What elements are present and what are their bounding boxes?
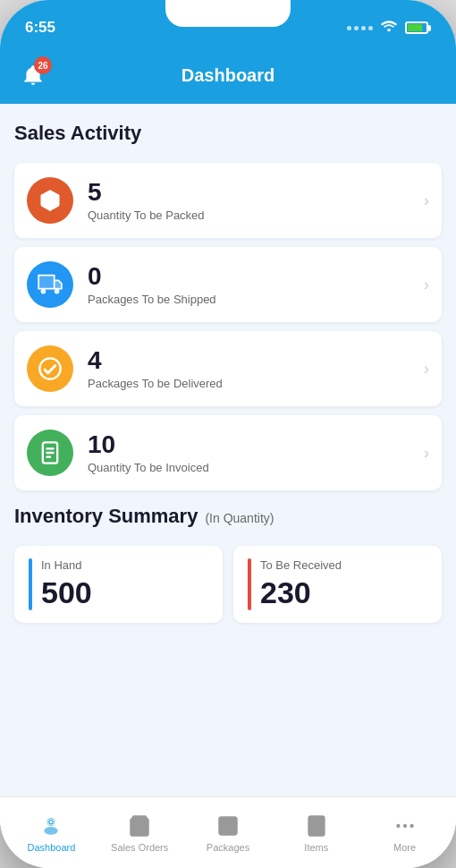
package-icon (215, 813, 241, 838)
delivered-count: 4 (88, 347, 410, 375)
svg-point-22 (410, 823, 413, 827)
to-be-received-info: To Be Received 230 (260, 558, 342, 610)
svg-point-20 (396, 823, 400, 827)
delivered-card-body: 4 Packages To be Delivered (88, 347, 410, 390)
nav-label-dashboard: Dashboard (27, 842, 75, 853)
packed-card[interactable]: 5 Quantity To be Packed › (14, 163, 442, 238)
invoiced-count: 10 (88, 431, 410, 459)
shipped-card[interactable]: 0 Packages To be Shipped › (14, 247, 442, 322)
svg-rect-13 (219, 817, 237, 835)
to-be-received-value: 230 (260, 575, 342, 610)
activity-cards-group: 5 Quantity To be Packed › 0 (14, 163, 442, 490)
shipped-card-body: 0 Packages To be Shipped (88, 263, 410, 306)
inventory-header: Inventory Summary (In Quantity) (14, 505, 442, 532)
status-time: 6:55 (25, 19, 55, 37)
packed-count: 5 (88, 179, 410, 207)
chevron-right-icon: › (424, 444, 429, 463)
status-icons (347, 20, 431, 36)
inventory-cards-group: In Hand 500 To Be Received 230 (14, 546, 442, 623)
inventory-subtitle: (In Quantity) (205, 511, 274, 525)
chevron-right-icon: › (424, 191, 429, 210)
truck-icon (27, 261, 73, 308)
nav-label-sales-orders: Sales Orders (111, 842, 168, 853)
to-be-received-bar (248, 558, 251, 610)
invoiced-label: Quantity To be Invoiced (88, 461, 410, 474)
more-icon (393, 813, 418, 838)
sales-activity-title: Sales Activity (14, 122, 442, 145)
dashboard-icon (38, 813, 63, 838)
in-hand-value: 500 (41, 575, 92, 610)
signal-icon (347, 26, 373, 30)
items-icon (304, 813, 329, 838)
invoiced-card[interactable]: 10 Quantity To be Invoiced › (14, 415, 442, 490)
app-header: 26 Dashboard (0, 47, 456, 104)
notification-badge: 26 (34, 56, 52, 74)
nav-item-packages[interactable]: Packages (184, 806, 273, 860)
cart-icon (127, 813, 152, 838)
notch (165, 0, 291, 27)
battery-icon (405, 21, 431, 34)
svg-point-11 (50, 821, 53, 823)
notification-button[interactable]: 26 (16, 58, 50, 92)
wifi-icon (380, 20, 398, 36)
packed-card-body: 5 Quantity To be Packed (88, 179, 410, 222)
sales-activity-section: Sales Activity (14, 122, 442, 149)
nav-item-dashboard[interactable]: Dashboard (7, 806, 96, 860)
nav-item-more[interactable]: More (360, 806, 449, 860)
phone-frame: 6:55 (0, 0, 456, 868)
in-hand-info: In Hand 500 (41, 558, 92, 610)
to-be-received-inner: To Be Received 230 (248, 558, 427, 610)
svg-point-9 (45, 827, 58, 835)
inventory-summary-section: Inventory Summary (In Quantity) (14, 505, 442, 532)
nav-label-more: More (393, 842, 416, 853)
header-title: Dashboard (182, 65, 274, 86)
nav-item-items[interactable]: Items (272, 806, 360, 860)
status-bar: 6:55 (0, 0, 456, 47)
bottom-nav: Dashboard Sales Orders Pac (0, 796, 456, 868)
chevron-right-icon: › (424, 276, 429, 294)
delivered-card[interactable]: 4 Packages To be Delivered › (14, 331, 442, 406)
svg-point-3 (39, 358, 60, 379)
nav-label-items: Items (304, 842, 328, 853)
in-hand-bar (29, 558, 32, 610)
invoiced-card-body: 10 Quantity To be Invoiced (88, 431, 410, 474)
nav-label-packages: Packages (207, 842, 249, 853)
chevron-right-icon: › (424, 360, 429, 379)
main-content: Sales Activity 5 Quantity To be Packed › (0, 104, 456, 796)
packed-label: Quantity To be Packed (88, 208, 410, 222)
to-be-received-label: To Be Received (260, 558, 342, 572)
check-circle-icon (27, 345, 73, 392)
invoice-icon (27, 430, 73, 476)
svg-point-21 (402, 823, 406, 827)
in-hand-card[interactable]: In Hand 500 (14, 546, 223, 623)
to-be-received-card[interactable]: To Be Received 230 (233, 546, 442, 623)
in-hand-label: In Hand (41, 558, 92, 572)
inventory-title: Inventory Summary (14, 505, 198, 528)
in-hand-inner: In Hand 500 (29, 558, 208, 610)
shipped-count: 0 (88, 263, 410, 291)
shipped-label: Packages To be Shipped (88, 293, 410, 306)
box-icon (27, 177, 73, 224)
delivered-label: Packages To be Delivered (88, 377, 410, 390)
nav-item-sales-orders[interactable]: Sales Orders (96, 806, 184, 860)
